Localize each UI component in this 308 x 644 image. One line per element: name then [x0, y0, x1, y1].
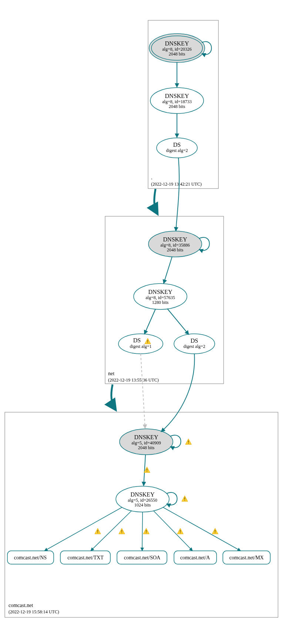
zone-timestamp-net: (2022-12-19 13:55:36 UTC)	[108, 377, 159, 383]
edge-zsk-ns	[44, 507, 122, 551]
root-ds-title: DS	[173, 142, 181, 148]
root-ksk-title: DNSKEY	[165, 40, 189, 47]
net-ds2-title: DS	[191, 338, 198, 344]
rr-ns-label: comcast.net/NS	[14, 555, 47, 560]
zone-timestamp-comcast: (2022-12-19 15:58:14 UTC)	[9, 609, 59, 614]
root-zsk-title: DNSKEY	[165, 93, 189, 99]
root-zsk-alg: alg=8, id=18733	[162, 99, 192, 104]
net-zsk-alg: alg=8, id=57635	[145, 295, 175, 300]
warning-icon	[177, 528, 183, 534]
warning-icon	[182, 496, 188, 501]
net-ds2-alg: digest alg=2	[183, 344, 205, 349]
edge-zsk-mx	[163, 507, 241, 551]
edge-netzsk-ds1	[144, 309, 155, 334]
edge-rootds-netksk	[176, 158, 179, 231]
warning-icon	[143, 528, 149, 534]
rr-a-label: comcast.net/A	[180, 555, 210, 560]
comcast-zsk-alg: alg=5, id=26550	[128, 498, 157, 503]
comcast-ksk-alg: alg=5, id=40909	[131, 440, 161, 445]
net-ds1-alg: digest alg=1	[130, 344, 151, 349]
net-ds1-title: DS	[133, 337, 141, 343]
edge-zsk-a	[154, 511, 192, 551]
warning-icon	[95, 528, 101, 534]
edge-netds2-comksk	[161, 354, 194, 432]
comcast-zsk-title: DNSKEY	[131, 491, 155, 498]
root-ksk-alg: alg=8, id=20326	[162, 47, 192, 52]
rr-mx-label: comcast.net/MX	[230, 555, 264, 560]
net-zsk-bits: 1280 bits	[152, 300, 169, 305]
edge-net-to-comcast	[111, 384, 116, 410]
net-ksk-bits: 2048 bits	[167, 247, 184, 252]
rr-soa-label: comcast.net/SOA	[124, 555, 161, 560]
edge-netds1-comksk	[141, 354, 145, 428]
edge-netzsk-ds2	[167, 309, 189, 335]
zone-label-comcast: comcast.net	[9, 603, 33, 608]
warning-icon	[119, 528, 125, 534]
edge-zsk-soa	[142, 512, 143, 551]
warning-icon	[185, 439, 191, 444]
root-zsk-bits: 2048 bits	[169, 104, 185, 109]
comcast-ksk-title: DNSKEY	[134, 434, 158, 440]
rr-txt-label: comcast.net/TXT	[67, 555, 104, 560]
net-zsk-title: DNSKEY	[148, 289, 173, 295]
root-ds-alg: digest alg=2	[166, 148, 188, 153]
edge-netksk-netzsk	[164, 257, 172, 284]
zone-label-net: net	[108, 371, 114, 376]
zone-label-root: .	[151, 175, 153, 180]
dnssec-diagram: . (2022-12-19 13:42:21 UTC) DNSKEY alg=8…	[0, 0, 308, 644]
warning-icon	[212, 528, 218, 534]
comcast-ksk-bits: 2048 bits	[138, 445, 155, 450]
comcast-zsk-bits: 1024 bits	[134, 502, 151, 508]
edge-root-to-net	[154, 189, 157, 214]
root-ksk-bits: 2048 bits	[169, 51, 185, 57]
zone-timestamp-root: (2022-12-19 13:42:21 UTC)	[151, 182, 202, 187]
net-ksk-alg: alg=8, id=35886	[160, 243, 190, 248]
net-ksk-title: DNSKEY	[163, 236, 187, 243]
